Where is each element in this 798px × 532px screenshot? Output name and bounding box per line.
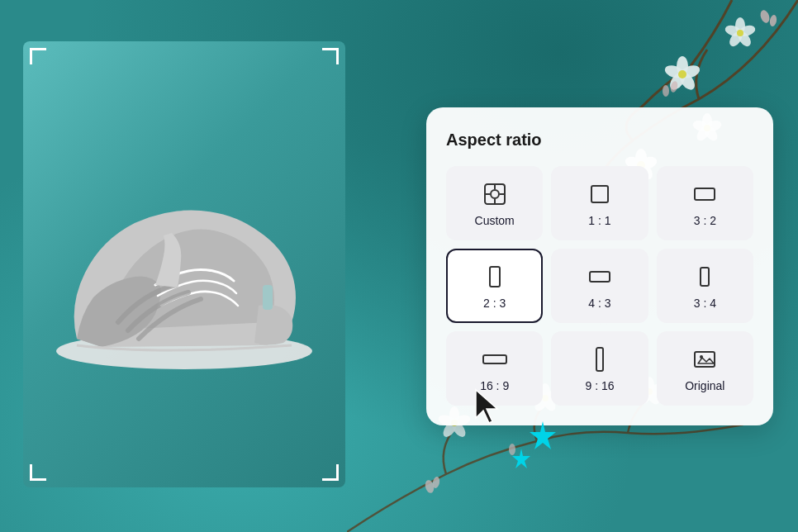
svg-rect-29 [263, 285, 273, 310]
ratio-original[interactable]: Original [657, 331, 753, 406]
ratio-custom[interactable]: Custom [446, 166, 543, 240]
ratio-1-1-label: 1 : 1 [588, 214, 610, 227]
original-icon [691, 346, 718, 373]
ratio-1-1[interactable]: 1 : 1 [551, 166, 648, 240]
ratio-3-4-label: 3 : 4 [694, 297, 716, 310]
svg-rect-61 [701, 268, 709, 286]
sneaker-svg [36, 140, 333, 388]
svg-point-52 [491, 190, 499, 198]
panel-title: Aspect ratio [446, 131, 753, 150]
ratio-4-3[interactable]: 4 : 3 [551, 249, 648, 323]
svg-rect-58 [695, 188, 715, 200]
square-icon [587, 181, 613, 207]
ratio-16-9-label: 16 : 9 [480, 379, 509, 392]
ratio-3-4[interactable]: 3 : 4 [657, 249, 753, 323]
svg-rect-59 [490, 267, 500, 287]
svg-rect-63 [596, 348, 603, 371]
ratio-9-16-label: 9 : 16 [585, 379, 614, 392]
ratio-16-9[interactable]: 16 : 9 [446, 331, 543, 406]
portrait-tall-icon [482, 264, 508, 290]
svg-point-65 [700, 355, 703, 359]
original-label: Original [685, 379, 724, 392]
ratio-3-2-label: 3 : 2 [694, 214, 716, 227]
svg-rect-60 [590, 272, 610, 282]
ratio-3-2[interactable]: 3 : 2 [657, 166, 753, 240]
ratio-9-16[interactable]: 9 : 16 [551, 331, 648, 406]
ratio-2-3[interactable]: 2 : 3 [446, 249, 543, 323]
custom-icon [482, 181, 508, 207]
ratio-2-3-label: 2 : 3 [483, 297, 506, 310]
landscape-icon [691, 181, 718, 207]
ratio-grid: Custom 1 : 1 3 : 2 2 : 3 [446, 166, 753, 406]
widescreen-icon [482, 346, 508, 373]
custom-label: Custom [475, 214, 515, 227]
portrait-phone-icon [587, 346, 613, 373]
portrait-narrow-icon [691, 264, 718, 290]
ratio-4-3-label: 4 : 3 [588, 297, 610, 310]
svg-rect-57 [591, 186, 608, 202]
sneaker-image [23, 41, 345, 487]
aspect-ratio-panel: Aspect ratio Custom 1 : 1 [426, 107, 773, 425]
svg-rect-62 [483, 355, 506, 363]
landscape-wide-icon [587, 264, 613, 290]
